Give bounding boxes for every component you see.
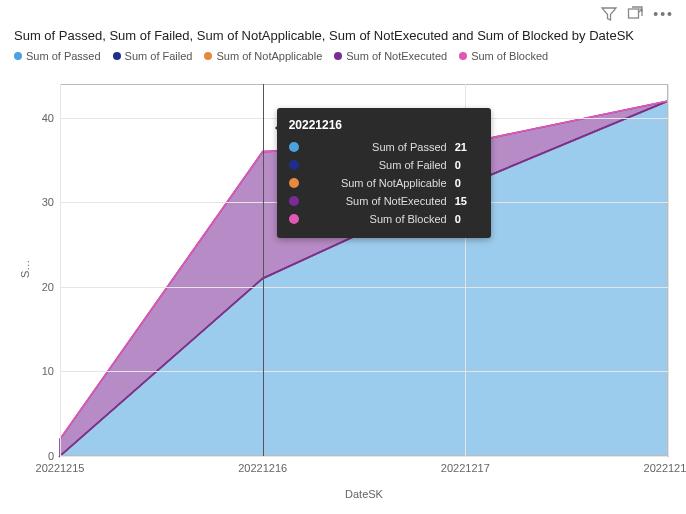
filter-icon[interactable] [601,6,617,22]
focus-mode-icon[interactable] [627,6,643,22]
y-tick-label: 40 [42,112,60,124]
x-axis-label: DateSK [60,488,668,500]
legend-item[interactable]: Sum of NotApplicable [204,50,322,62]
x-tick-label: 20221215 [36,456,85,474]
tooltip-value: 0 [455,210,479,228]
tooltip: 20221216 Sum of Passed21Sum of Failed0Su… [277,108,491,238]
gridline-horizontal [60,371,668,372]
tooltip-label: Sum of Failed [307,156,447,174]
chart-title: Sum of Passed, Sum of Failed, Sum of Not… [14,28,672,43]
legend-swatch [14,52,22,60]
y-tick-label: 30 [42,196,60,208]
tooltip-value: 21 [455,138,479,156]
tooltip-swatch [289,160,299,170]
y-tick-label: 20 [42,281,60,293]
tooltip-value: 15 [455,192,479,210]
cursor-line [263,84,264,456]
legend: Sum of PassedSum of FailedSum of NotAppl… [14,50,548,62]
tooltip-row: Sum of Passed21 [289,138,479,156]
legend-swatch [204,52,212,60]
tooltip-swatch [289,214,299,224]
y-axis-label: Sum of Passed, Sum of Failed, Sum of Not… [14,78,36,456]
chart-toolbar: ••• [601,6,674,22]
legend-label: Sum of Blocked [471,50,548,62]
x-tick-label: 20221216 [238,456,287,474]
legend-swatch [113,52,121,60]
tooltip-row: Sum of Failed0 [289,156,479,174]
gridline-vertical [60,84,61,456]
tooltip-swatch [289,196,299,206]
legend-label: Sum of NotApplicable [216,50,322,62]
tooltip-label: Sum of Blocked [307,210,447,228]
tooltip-value: 0 [455,174,479,192]
tooltip-row: Sum of Blocked0 [289,210,479,228]
legend-item[interactable]: Sum of Passed [14,50,101,62]
tooltip-row: Sum of NotExecuted15 [289,192,479,210]
legend-item[interactable]: Sum of NotExecuted [334,50,447,62]
tooltip-row: Sum of NotApplicable0 [289,174,479,192]
y-tick-label: 10 [42,365,60,377]
legend-label: Sum of Failed [125,50,193,62]
tooltip-header: 20221216 [289,118,479,132]
tooltip-label: Sum of Passed [307,138,447,156]
tooltip-label: Sum of NotExecuted [307,192,447,210]
legend-item[interactable]: Sum of Blocked [459,50,548,62]
tooltip-swatch [289,142,299,152]
tooltip-swatch [289,178,299,188]
svg-rect-0 [629,9,639,18]
legend-swatch [334,52,342,60]
legend-label: Sum of NotExecuted [346,50,447,62]
tooltip-label: Sum of NotApplicable [307,174,447,192]
x-tick-label: 20221217 [441,456,490,474]
legend-item[interactable]: Sum of Failed [113,50,193,62]
more-options-icon[interactable]: ••• [653,6,674,22]
legend-label: Sum of Passed [26,50,101,62]
gridline-horizontal [60,456,668,457]
gridline-horizontal [60,287,668,288]
gridline-vertical [668,84,669,456]
legend-swatch [459,52,467,60]
tooltip-value: 0 [455,156,479,174]
x-tick-label: 20221218 [644,456,686,474]
